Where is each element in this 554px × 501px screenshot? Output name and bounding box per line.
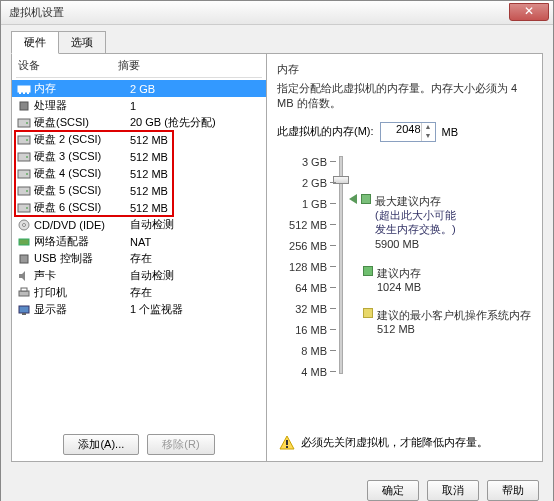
- svg-point-14: [26, 190, 28, 192]
- tick-label: 8 MB: [283, 345, 339, 357]
- tick-label: 32 MB: [283, 303, 339, 315]
- warning: 必须先关闭虚拟机，才能降低内存量。: [279, 435, 530, 451]
- titlebar: 虚拟机设置 ✕: [1, 1, 553, 25]
- hardware-row-printer[interactable]: 打印机存在: [12, 284, 266, 301]
- svg-rect-0: [18, 86, 30, 92]
- hardware-row-usb[interactable]: USB 控制器存在: [12, 250, 266, 267]
- svg-point-18: [23, 223, 26, 226]
- svg-point-6: [26, 122, 28, 124]
- warning-icon: [279, 435, 295, 451]
- col-summary: 摘要: [118, 58, 260, 73]
- disk-icon: [16, 201, 32, 215]
- disk-icon: [16, 150, 32, 164]
- dialog-buttons: 确定 取消 帮助: [1, 472, 553, 501]
- tab-strip: 硬件 选项: [1, 25, 553, 54]
- tick-label: 16 MB: [283, 324, 339, 336]
- square-icon: [363, 266, 373, 276]
- hardware-row-disk[interactable]: 硬盘 2 (SCSI)512 MB: [12, 131, 266, 148]
- memory-icon: [16, 82, 32, 96]
- hardware-row-disk[interactable]: 硬盘(SCSI)20 GB (抢先分配): [12, 114, 266, 131]
- svg-rect-2: [23, 92, 25, 94]
- tab-options[interactable]: 选项: [58, 31, 106, 54]
- disk-icon: [16, 167, 32, 181]
- memory-unit: MB: [442, 126, 459, 138]
- svg-rect-13: [18, 187, 30, 195]
- cancel-button[interactable]: 取消: [427, 480, 479, 501]
- vm-settings-window: 虚拟机设置 ✕ 硬件 选项 设备 摘要 内存2 GB处理器1硬盘(SCSI)20…: [0, 0, 554, 501]
- sound-icon: [16, 269, 32, 283]
- hardware-panel: 设备 摘要 内存2 GB处理器1硬盘(SCSI)20 GB (抢先分配)硬盘 2…: [11, 53, 267, 462]
- svg-rect-25: [22, 313, 26, 315]
- add-button[interactable]: 添加(A)...: [63, 434, 139, 455]
- ok-button[interactable]: 确定: [367, 480, 419, 501]
- svg-rect-23: [21, 288, 27, 291]
- hardware-row-sound[interactable]: 声卡自动检测: [12, 267, 266, 284]
- hardware-row-net[interactable]: 网络适配器NAT: [12, 233, 266, 250]
- hardware-row-disk[interactable]: 硬盘 6 (SCSI)512 MB: [12, 199, 266, 216]
- memory-desc: 指定分配给此虚拟机的内存量。内存大小必须为 4 MB 的倍数。: [277, 81, 532, 112]
- svg-rect-1: [19, 92, 21, 94]
- tick-label: 256 MB: [283, 240, 339, 252]
- spinner[interactable]: ▲▼: [421, 123, 435, 141]
- disk-icon: [16, 133, 32, 147]
- svg-rect-27: [286, 440, 288, 445]
- tick-label: 1 GB: [283, 198, 339, 210]
- svg-rect-20: [20, 255, 28, 263]
- svg-rect-22: [19, 291, 29, 296]
- printer-icon: [16, 286, 32, 300]
- svg-rect-7: [18, 136, 30, 144]
- svg-rect-3: [27, 92, 29, 94]
- square-icon: [361, 194, 371, 204]
- triangle-icon: [349, 194, 357, 204]
- hardware-row-cpu[interactable]: 处理器1: [12, 97, 266, 114]
- svg-marker-21: [19, 271, 25, 281]
- tick-label: 128 MB: [283, 261, 339, 273]
- svg-rect-15: [18, 204, 30, 212]
- tab-hardware[interactable]: 硬件: [11, 31, 59, 54]
- hardware-row-disk[interactable]: 硬盘 4 (SCSI)512 MB: [12, 165, 266, 182]
- svg-rect-9: [18, 153, 30, 161]
- memory-field-label: 此虚拟机的内存(M):: [277, 124, 374, 139]
- svg-rect-28: [286, 446, 288, 448]
- tick-label: 64 MB: [283, 282, 339, 294]
- net-icon: [16, 235, 32, 249]
- svg-rect-24: [19, 306, 29, 313]
- close-button[interactable]: ✕: [509, 3, 549, 21]
- hardware-row-disk[interactable]: 硬盘 5 (SCSI)512 MB: [12, 182, 266, 199]
- square-icon: [363, 308, 373, 318]
- svg-rect-19: [19, 239, 29, 245]
- disk-icon: [16, 184, 32, 198]
- cd-icon: [16, 218, 32, 232]
- disk-icon: [16, 116, 32, 130]
- hardware-row-memory[interactable]: 内存2 GB: [12, 80, 266, 97]
- svg-rect-5: [18, 119, 30, 127]
- svg-rect-4: [20, 102, 28, 110]
- hardware-row-display[interactable]: 显示器1 个监视器: [12, 301, 266, 318]
- list-header: 设备 摘要: [12, 54, 266, 75]
- hardware-row-disk[interactable]: 硬盘 3 (SCSI)512 MB: [12, 148, 266, 165]
- hardware-row-cd[interactable]: CD/DVD (IDE)自动检测: [12, 216, 266, 233]
- svg-point-8: [26, 139, 28, 141]
- hardware-list[interactable]: 内存2 GB处理器1硬盘(SCSI)20 GB (抢先分配)硬盘 2 (SCSI…: [12, 80, 266, 428]
- tick-label: 512 MB: [283, 219, 339, 231]
- detail-panel: 内存 指定分配给此虚拟机的内存量。内存大小必须为 4 MB 的倍数。 此虚拟机的…: [267, 53, 543, 462]
- window-title: 虚拟机设置: [5, 5, 64, 20]
- help-button[interactable]: 帮助: [487, 480, 539, 501]
- tick-label: 4 MB: [283, 366, 339, 378]
- tick-label: 2 GB: [283, 177, 339, 189]
- display-icon: [16, 303, 32, 317]
- svg-rect-11: [18, 170, 30, 178]
- min-recommended: 建议的最小客户机操作系统内存 512 MB: [377, 308, 531, 337]
- svg-point-12: [26, 173, 28, 175]
- memory-heading: 内存: [277, 62, 532, 77]
- svg-point-16: [26, 207, 28, 209]
- tick-label: 3 GB: [283, 156, 339, 168]
- usb-icon: [16, 252, 32, 266]
- recommended: 建议内存 1024 MB: [377, 266, 421, 295]
- svg-point-10: [26, 156, 28, 158]
- remove-button: 移除(R): [147, 434, 214, 455]
- memory-slider[interactable]: 3 GB2 GB1 GB512 MB256 MB128 MB64 MB32 MB…: [283, 156, 532, 396]
- cpu-icon: [16, 99, 32, 113]
- memory-input[interactable]: 2048 ▲▼: [380, 122, 436, 142]
- col-device: 设备: [18, 58, 118, 73]
